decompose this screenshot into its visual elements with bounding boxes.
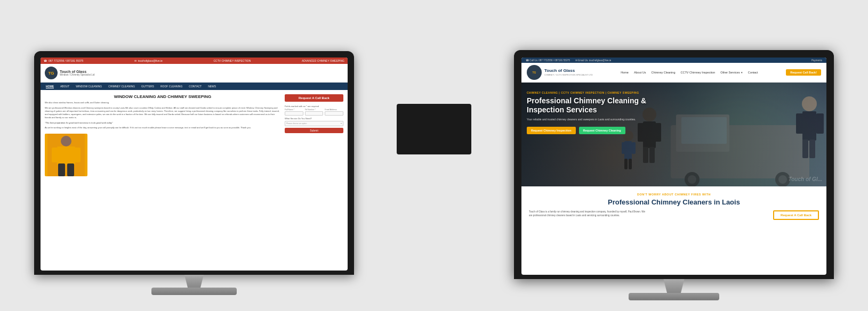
right-util-email: ✉ Email Us: touchofglass@live.ie bbox=[575, 59, 611, 62]
left-email-input[interactable] bbox=[325, 111, 343, 116]
left-stand-base bbox=[151, 288, 237, 295]
chevron-down-icon: ▾ bbox=[341, 122, 342, 125]
left-form-row-1: Full Name * Tel Number * Email Address bbox=[285, 109, 343, 116]
left-full-name-field: Full Name * bbox=[285, 109, 303, 116]
left-screen: ☎ 087 7722556 / 087191 55375 ✉ touchofgl… bbox=[41, 58, 348, 271]
left-main-content: WINDOW CLEANING AND CHIMNEY SWEEPING We … bbox=[45, 94, 280, 268]
left-nav-contact[interactable]: CONTACT bbox=[188, 84, 203, 88]
svg-rect-2 bbox=[57, 146, 75, 165]
left-nav-home[interactable]: HOME bbox=[45, 84, 55, 88]
left-header: TG Touch of Glass Window / Chimney Speci… bbox=[41, 64, 348, 83]
right-logo-area: TG Touch of Glass CHIMNEY / CCTV INSPECT… bbox=[527, 65, 593, 80]
main-scene: ☎ 087 7722556 / 087191 55375 ✉ touchofgl… bbox=[0, 0, 868, 311]
right-info-bottom: Touch of Glass is a family run chimney c… bbox=[529, 210, 819, 220]
right-monitor: ☎ Call Us: 087 7722556 / 087191 55375 ✉ … bbox=[514, 50, 834, 300]
left-topbar-sweeping: ADVANCED CHIMNEY SWEEPING bbox=[302, 59, 344, 62]
left-quote: "The best preparation for good work tomo… bbox=[45, 121, 280, 124]
right-nav: Home About Us Chimney Cleaning CCTV Chim… bbox=[621, 71, 758, 74]
left-logo-name: Touch of Glass bbox=[60, 70, 95, 74]
left-callback-button[interactable]: Request A Call Back bbox=[285, 94, 343, 102]
left-nav-gutters[interactable]: GUTTERS bbox=[140, 84, 155, 88]
left-body-2: We are professional Window cleaners and … bbox=[45, 107, 280, 119]
left-tel-input[interactable] bbox=[305, 111, 324, 116]
hero-eyebrow: CHIMNEY CLEANING | CCTV CHIMNEY INSPECTI… bbox=[527, 91, 665, 94]
middle-rectangle bbox=[397, 104, 471, 154]
right-stand-base bbox=[629, 293, 719, 300]
svg-rect-4 bbox=[74, 148, 81, 162]
left-tel-label: Tel Number * bbox=[305, 109, 324, 111]
right-logo-icon: TG bbox=[527, 65, 542, 80]
left-nav: HOME ABOUT WINDOW CLEANING CHIMNEY CLEAN… bbox=[41, 83, 348, 90]
right-call-button[interactable]: Request Call Back! bbox=[786, 69, 821, 76]
left-body-1: We also clean window frames, fascia and … bbox=[45, 101, 280, 104]
left-bezel: ☎ 087 7722556 / 087191 55375 ✉ touchofgl… bbox=[34, 51, 354, 275]
left-service-dropdown[interactable]: Please choose an option ▾ bbox=[285, 121, 343, 126]
left-nav-roof[interactable]: ROOF CLEANING bbox=[159, 84, 183, 88]
left-topbar-phone: ☎ 087 7722556 / 087191 55375 bbox=[44, 59, 83, 62]
left-logo-tagline: Window / Chimney Specialist Ltd bbox=[60, 73, 95, 76]
right-nav-other-services[interactable]: Other Services ▾ bbox=[720, 71, 742, 74]
left-logo-icon: TG bbox=[45, 67, 58, 79]
right-hero-content: CHIMNEY CLEANING | CCTV CHIMNEY INSPECTI… bbox=[527, 91, 665, 134]
left-tel-field: Tel Number * bbox=[305, 109, 324, 116]
hero-buttons: Request Chimney Inspection Request Chimn… bbox=[527, 127, 665, 134]
right-info-eyebrow: DON'T WORRY ABOUT CHIMNEY FIRES WITH bbox=[529, 193, 819, 196]
right-info-body: Touch of Glass is a family run chimney c… bbox=[529, 210, 646, 218]
svg-rect-3 bbox=[52, 148, 58, 162]
left-nav-window[interactable]: WINDOW CLEANING bbox=[75, 84, 103, 88]
right-callback-button[interactable]: Request A Call Back bbox=[773, 210, 819, 220]
left-content: WINDOW CLEANING AND CHIMNEY SWEEPING We … bbox=[41, 90, 348, 271]
right-nav-about[interactable]: About Us bbox=[634, 71, 646, 74]
right-logo-tagline: CHIMNEY / CCTV INSPECTION SPECIALIST LTD bbox=[544, 73, 593, 76]
right-nav-chimney-cleaning[interactable]: Chimney Cleaning bbox=[652, 71, 676, 74]
left-topbar: ☎ 087 7722556 / 087191 55375 ✉ touchofgl… bbox=[41, 58, 348, 64]
right-bezel: ☎ Call Us: 087 7722556 / 087191 55375 ✉ … bbox=[514, 50, 834, 279]
left-nav-about[interactable]: ABOUT bbox=[59, 84, 70, 88]
right-hero: CHIMNEY CLEANING | CCTV CHIMNEY INSPECTI… bbox=[521, 83, 826, 186]
left-image-worker bbox=[45, 134, 87, 176]
left-stand-neck bbox=[178, 275, 210, 288]
left-monitor: ☎ 087 7722556 / 087191 55375 ✉ touchofgl… bbox=[34, 51, 354, 295]
email-icon: ✉ bbox=[134, 59, 136, 62]
chevron-down-icon: ▾ bbox=[741, 71, 743, 74]
left-full-name-label: Full Name * bbox=[285, 109, 303, 111]
hero-watermark: Touch of Gl... bbox=[788, 176, 822, 182]
left-full-name-input[interactable] bbox=[285, 111, 303, 116]
svg-rect-6 bbox=[67, 163, 74, 176]
left-email-label: Email Address bbox=[325, 109, 343, 111]
right-util-bar: ☎ Call Us: 087 7722556 / 087191 55375 ✉ … bbox=[521, 58, 826, 63]
left-nav-news[interactable]: NEWS bbox=[207, 84, 217, 88]
right-nav-contact[interactable]: Contact bbox=[748, 71, 758, 74]
right-util-phone: ☎ Call Us: 087 7722556 / 087191 55375 bbox=[526, 59, 570, 62]
left-body-3: As we're working on heights most of the … bbox=[45, 126, 280, 129]
right-nav-home[interactable]: Home bbox=[621, 71, 629, 74]
hero-title: Professional Chimney Cleaning & Inspecti… bbox=[527, 96, 665, 114]
right-util-right: Payments bbox=[811, 59, 822, 62]
right-screen: ☎ Call Us: 087 7722556 / 087191 55375 ✉ … bbox=[521, 58, 826, 275]
left-form-area: Request A Call Back Fields marked with a… bbox=[285, 94, 343, 268]
right-header: TG Touch of Glass CHIMNEY / CCTV INSPECT… bbox=[521, 63, 826, 83]
left-email-field: Email Address bbox=[325, 109, 343, 116]
right-info-section: DON'T WORRY ABOUT CHIMNEY FIRES WITH Pro… bbox=[521, 186, 826, 226]
right-nav-cctv[interactable]: CCTV Chimney Inspection bbox=[680, 71, 715, 74]
left-topbar-email: ✉ touchofglass@live.ie bbox=[134, 59, 163, 62]
left-service-label: What Service Do You Need? bbox=[285, 117, 343, 120]
svg-point-1 bbox=[61, 136, 71, 146]
right-info-title: Professional Chimney Cleaners in Laois bbox=[529, 198, 819, 206]
hero-cleaning-button[interactable]: Request Chimney Cleaning bbox=[579, 127, 625, 134]
left-submit-button[interactable]: Submit bbox=[285, 128, 343, 133]
hero-subtitle: Your reliable and trusted chimney cleane… bbox=[527, 118, 665, 121]
svg-rect-5 bbox=[58, 163, 65, 176]
left-nav-chimney[interactable]: CHIMNEY CLEANING bbox=[107, 84, 136, 88]
right-stand-neck bbox=[657, 279, 692, 293]
left-form-required-label: Fields marked with an * are required bbox=[285, 105, 343, 108]
right-util-left: ☎ Call Us: 087 7722556 / 087191 55375 ✉ … bbox=[526, 59, 611, 62]
left-topbar-cctv: CCTV CHIMNEY INSPECTION bbox=[213, 59, 251, 62]
right-logo-name: Touch of Glass bbox=[544, 69, 593, 73]
left-page-title: WINDOW CLEANING AND CHIMNEY SWEEPING bbox=[45, 94, 280, 99]
phone-icon: ☎ bbox=[44, 59, 47, 62]
hero-inspection-button[interactable]: Request Chimney Inspection bbox=[527, 127, 576, 134]
